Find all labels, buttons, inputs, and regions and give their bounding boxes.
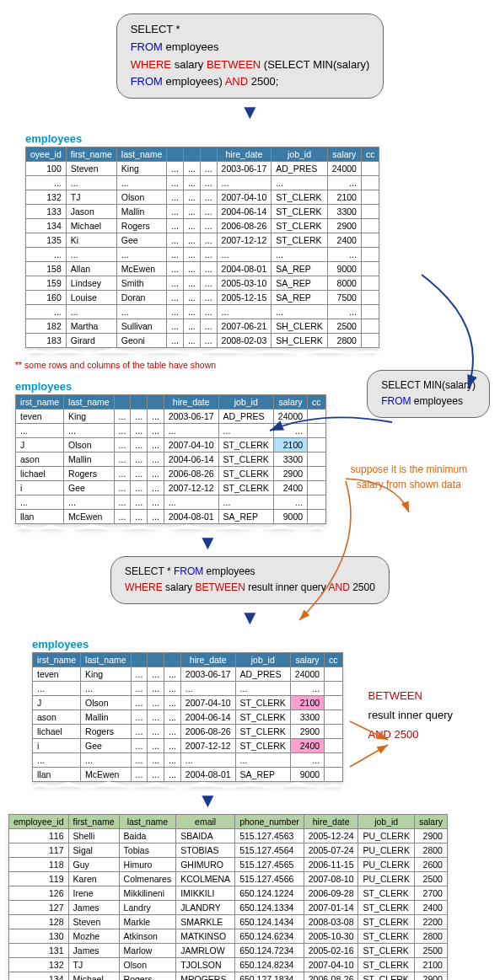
arrow-down-icon: ▼ — [8, 102, 492, 122]
table-cell — [325, 724, 343, 738]
table-row: iGee.........2007-12-12ST_CLERK2400 — [16, 481, 326, 495]
table-cell: ... — [167, 233, 184, 248]
table-cell — [361, 262, 379, 276]
table-cell: 134 — [26, 219, 67, 233]
table-cell: ... — [180, 752, 235, 767]
table-row: 128StevenMarkleSMARKLE650.124.14342008-0… — [9, 914, 448, 929]
table-cell: 2700 — [414, 886, 447, 900]
note-partial: ** some rows and columns of the table ha… — [15, 360, 492, 370]
table-cell: Shelli — [68, 828, 119, 843]
table-cell: SBAIDA — [176, 828, 235, 843]
table-cell: PU_CLERK — [358, 828, 414, 843]
table-cell: ... — [131, 510, 148, 524]
table-cell: ... — [184, 276, 201, 291]
table-cell: ... — [131, 752, 148, 767]
table-cell: ... — [148, 467, 164, 481]
column-header: oyee_id — [26, 147, 67, 162]
table-cell: 650.124.6234 — [235, 929, 304, 943]
suppose-note: suppose it is the minimum salary from sh… — [326, 462, 492, 492]
table-cell: 2005-12-24 — [304, 828, 358, 843]
table-cell: ... — [148, 510, 164, 524]
table-cell: ST_CLERK — [218, 453, 273, 467]
table-cell: Mallin — [81, 710, 131, 724]
table-cell: ... — [184, 248, 201, 262]
employees-table-2: irst_namelast_namehire_datejob_idsalaryc… — [15, 394, 326, 524]
table-row: 158AllanMcEwen.........2004-08-01SA_REP9… — [26, 262, 379, 276]
column-header: cc — [308, 395, 326, 410]
table-row: 135KiGee.........2007-12-12ST_CLERK2400 — [26, 233, 379, 248]
sql-kw: AND — [329, 581, 350, 593]
table-cell: ... — [114, 424, 131, 438]
table-cell: ST_CLERK — [358, 972, 414, 980]
sql-kw: FROM — [381, 395, 411, 407]
table-row: 159LindseySmith.........2005-03-10SA_REP… — [26, 276, 379, 291]
table-cell: James — [68, 943, 119, 957]
table-row: llanMcEwen.........2004-08-01SA_REP9000 — [33, 767, 343, 781]
sql-kw: BETWEEN — [207, 58, 261, 71]
table-cell: 132 — [26, 190, 67, 205]
table-row: lichaelRogers.........2006-08-26ST_CLERK… — [33, 724, 343, 738]
column-header — [131, 395, 148, 410]
table-cell: ... — [116, 305, 166, 319]
table-cell: Mozhe — [68, 929, 119, 943]
table-cell: King — [81, 667, 131, 681]
table-cell: ... — [131, 695, 148, 710]
table-cell: ... — [16, 424, 64, 438]
table-cell: ... — [167, 319, 184, 334]
table-cell: ... — [200, 190, 217, 205]
table-cell: Martha — [66, 319, 116, 334]
table-title: employees — [32, 638, 492, 651]
table-cell: 24000 — [273, 410, 307, 424]
table-cell: 2005-02-16 — [304, 943, 358, 957]
table-cell: lichael — [33, 724, 81, 738]
table-cell: ... — [114, 495, 131, 510]
table-cell: Mallin — [116, 205, 166, 219]
table-row: ........................ — [16, 495, 326, 510]
table-cell: llan — [16, 510, 64, 524]
table-cell: 100 — [26, 162, 67, 176]
table-cell: ... — [200, 162, 217, 176]
sql-text: employees — [163, 40, 218, 53]
table-cell: JAMRLOW — [176, 943, 235, 957]
table-cell: 133 — [26, 205, 67, 219]
table-cell: ... — [114, 453, 131, 467]
table-cell: ... — [16, 495, 64, 510]
table-cell: Mikkilineni — [119, 886, 176, 900]
table-cell: ... — [26, 248, 67, 262]
table-cell — [325, 738, 343, 752]
table-cell: 183 — [26, 334, 67, 348]
table-cell: Allan — [66, 262, 116, 276]
table-cell: ... — [131, 495, 148, 510]
table-cell: AD_PRES — [272, 162, 327, 176]
table-cell: ... — [272, 305, 327, 319]
table-cell: llan — [33, 767, 81, 781]
table-cell: 2100 — [414, 957, 447, 972]
table-row: 127JamesLandryJLANDRY650.124.13342007-01… — [9, 900, 448, 914]
table-cell: 134 — [9, 972, 69, 980]
table-cell: ST_CLERK — [272, 233, 327, 248]
table-cell: Louise — [66, 291, 116, 305]
table-cell: 2007-06-21 — [217, 319, 272, 334]
table-cell: ... — [66, 176, 116, 190]
table-cell: 2200 — [414, 914, 447, 929]
table-cell: ... — [114, 510, 131, 524]
table-cell: ... — [272, 176, 327, 190]
column-header: irst_name — [33, 652, 81, 667]
table-cell: Colmenares — [119, 871, 176, 886]
table-cell: ST_CLERK — [272, 219, 327, 233]
result-table: employee_idfirst_namelast_nameemailphone… — [8, 814, 448, 980]
table-cell — [308, 410, 326, 424]
table-cell: 2007-12-12 — [180, 738, 235, 752]
table-cell: ... — [218, 495, 273, 510]
table-cell: Baida — [119, 828, 176, 843]
table-cell: ... — [148, 495, 164, 510]
table-cell: ... — [81, 681, 131, 695]
table-cell: AD_PRES — [235, 667, 290, 681]
table-cell: ... — [184, 305, 201, 319]
table-cell: ... — [164, 710, 181, 724]
column-header: job_id — [272, 147, 327, 162]
table-cell — [361, 162, 379, 176]
table-cell: ... — [290, 752, 324, 767]
table-cell — [308, 438, 326, 453]
sql-text: * — [164, 565, 174, 577]
